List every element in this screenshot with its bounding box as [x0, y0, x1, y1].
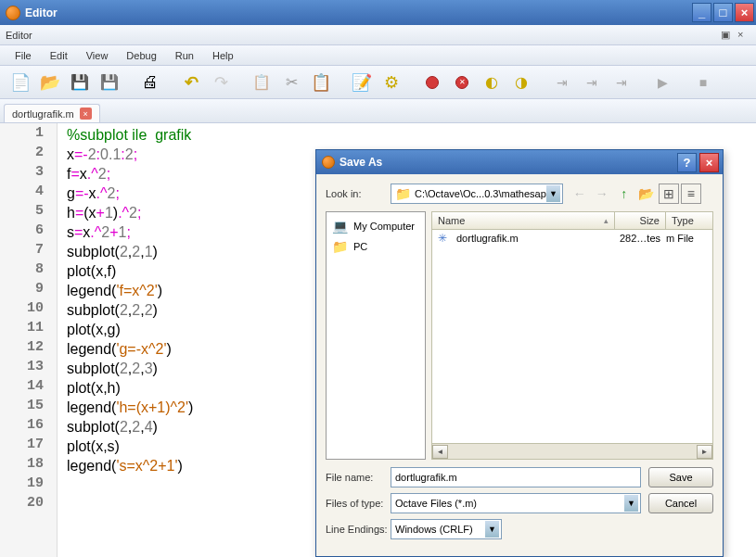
undock-button[interactable]: ▣	[721, 29, 734, 42]
chevron-down-icon[interactable]: ▼	[624, 495, 638, 512]
filetype-select[interactable]: Octave Files (*.m) ▼	[391, 493, 641, 513]
look-in-label: Look in:	[326, 188, 391, 199]
close-button[interactable]: ×	[735, 3, 754, 22]
chevron-down-icon[interactable]: ▼	[546, 185, 560, 202]
file-list-header: Name Size Type	[431, 211, 713, 230]
editor-sub-title: Editor	[6, 30, 32, 41]
look-in-path: C:\Octave\Oc...0.3\mathesap	[415, 188, 546, 199]
dialog-help-button[interactable]: ?	[677, 153, 697, 172]
list-view-button[interactable]	[659, 184, 679, 204]
nav-up-button[interactable]	[614, 184, 634, 204]
stop-button[interactable]	[690, 70, 716, 95]
file-tab-label: dortlugrafik.m	[12, 108, 74, 120]
copy-button[interactable]	[249, 70, 275, 95]
file-row-size: 282…tes	[609, 233, 660, 244]
breakpoint-remove-button[interactable]	[449, 70, 475, 95]
detail-view-button[interactable]	[681, 184, 701, 204]
new-folder-button[interactable]	[636, 184, 657, 204]
file-tabbar: dortlugrafik.m ×	[0, 99, 756, 123]
save-as-dialog: Save As ? × Look in: C:\Octave\Oc...0.3\…	[315, 149, 724, 557]
minimize-button[interactable]: _	[692, 3, 711, 22]
app-titlebar: Editor _ □ ×	[0, 0, 756, 25]
app-icon	[6, 6, 20, 20]
maximize-button[interactable]: □	[713, 3, 733, 22]
file-list[interactable]: dortlugrafik.m 282…tes m File	[431, 230, 713, 444]
breakpoint-toggle-button[interactable]	[419, 70, 445, 95]
file-row-type: m File	[660, 233, 707, 244]
dialog-close-button[interactable]: ×	[699, 153, 719, 172]
dialog-sidebar: My Computer PC	[326, 211, 426, 460]
nav-back-button[interactable]	[570, 184, 590, 204]
menu-run[interactable]: Run	[166, 47, 203, 64]
breakpoint-prev-button[interactable]	[479, 70, 505, 95]
menu-view[interactable]: View	[77, 47, 118, 64]
sidebar-my-computer[interactable]: My Computer	[330, 216, 421, 236]
sidebar-pc[interactable]: PC	[330, 236, 421, 257]
col-type[interactable]: Type	[666, 212, 712, 229]
sub-close-button[interactable]: ×	[737, 29, 750, 42]
computer-icon	[332, 219, 348, 234]
menu-edit[interactable]: Edit	[41, 47, 77, 64]
cut-button[interactable]	[278, 70, 304, 95]
col-name[interactable]: Name	[432, 212, 615, 229]
line-number-gutter: 1 2 3 4 5 6 7 8 9 10 11 12 13 14 15 16 1…	[0, 123, 58, 557]
file-tab-close-button[interactable]: ×	[80, 108, 92, 120]
undo-button[interactable]	[178, 70, 204, 95]
menu-help[interactable]: Help	[203, 47, 243, 64]
line-endings-label: Line Endings:	[326, 524, 391, 535]
save-button[interactable]	[67, 70, 93, 95]
open-file-button[interactable]	[37, 70, 63, 95]
line-endings-select[interactable]: Windows (CRLF) ▼	[391, 519, 502, 539]
chevron-down-icon[interactable]: ▼	[485, 521, 499, 538]
file-icon	[438, 232, 453, 245]
new-file-button[interactable]	[7, 70, 33, 95]
file-tab[interactable]: dortlugrafik.m ×	[4, 104, 100, 122]
filename-input[interactable]	[391, 467, 641, 487]
nav-forward-button[interactable]	[592, 184, 612, 204]
save-confirm-button[interactable]: Save	[648, 467, 713, 487]
folder-icon	[332, 239, 348, 254]
scroll-right-button[interactable]: ►	[697, 445, 712, 459]
look-in-select[interactable]: C:\Octave\Oc...0.3\mathesap ▼	[391, 184, 563, 204]
redo-button[interactable]	[208, 70, 234, 95]
toolbar	[0, 66, 756, 99]
app-title: Editor	[25, 6, 58, 19]
breakpoint-next-button[interactable]	[508, 70, 534, 95]
file-row-name: dortlugrafik.m	[456, 233, 609, 244]
print-button[interactable]	[137, 70, 163, 95]
horizontal-scrollbar[interactable]: ◄ ►	[431, 444, 713, 460]
step-button[interactable]	[549, 70, 575, 95]
menu-file[interactable]: File	[6, 47, 41, 64]
folder-icon	[395, 186, 415, 201]
scroll-left-button[interactable]: ◄	[432, 445, 448, 459]
dialog-title: Save As	[340, 156, 382, 169]
cancel-button[interactable]: Cancel	[648, 493, 713, 513]
filetype-label: Files of type:	[326, 498, 391, 509]
menu-debug[interactable]: Debug	[117, 47, 165, 64]
run-button[interactable]	[649, 70, 675, 95]
dialog-titlebar: Save As ? ×	[316, 150, 723, 174]
step-out-button[interactable]	[609, 70, 634, 95]
editor-sub-titlebar: Editor ▣ ×	[0, 25, 756, 45]
dialog-icon	[322, 156, 335, 169]
save-as-button[interactable]	[96, 70, 122, 95]
file-list-row[interactable]: dortlugrafik.m 282…tes m File	[432, 230, 712, 247]
filename-label: File name:	[326, 472, 391, 483]
find-replace-button[interactable]	[349, 70, 375, 95]
col-size[interactable]: Size	[615, 212, 666, 229]
menubar: File Edit View Debug Run Help	[0, 45, 756, 66]
paste-button[interactable]	[308, 70, 334, 95]
preferences-button[interactable]	[378, 70, 404, 95]
step-in-button[interactable]	[579, 70, 605, 95]
